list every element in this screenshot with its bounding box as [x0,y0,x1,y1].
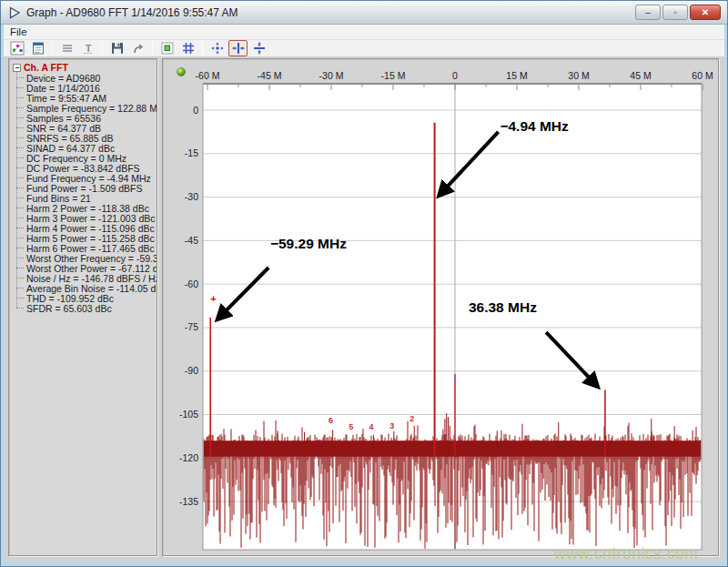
chart-panel: 0-15-30-45-60-75-90-105-120-135-60 M-45 … [162,58,719,556]
fit-all-icon [210,41,225,56]
y-tick-label: -45 [185,235,198,246]
x-tick-label: -45 M [258,70,282,81]
tree-item[interactable]: Harm 4 Power = -115.096 dBc [16,223,155,233]
tree-connector [16,298,24,299]
harmonic-marker: 5 [349,422,353,431]
tree-connector [16,208,24,208]
grid-toggle-icon [181,41,196,56]
y-tick-label: -105 [179,409,198,420]
tree-connector [16,197,24,198]
grid-toggle-button[interactable] [178,40,197,56]
status-green-dot-icon [177,68,186,76]
y-tick-label: -75 [185,321,198,332]
x-tick-label: 60 M [692,70,713,81]
fft-chart[interactable]: 0-15-30-45-60-75-90-105-120-135-60 M-45 … [164,60,719,556]
x-tick-label: 45 M [630,70,651,81]
tree-item[interactable]: SNR = 64.377 dB [16,123,155,133]
form-view-button[interactable] [28,40,47,56]
tree-connector [16,238,24,238]
tree-item[interactable]: Worst Other Frequency = -59.38 MHz [16,253,155,263]
toolbar: T [4,40,724,57]
x-tick-label: -15 M [381,70,406,81]
tree-connector [16,117,24,118]
tree-item[interactable]: Device = AD9680 [16,73,155,83]
tree-item[interactable]: Time = 9:55:47 AM [16,93,155,103]
y-tick-label: -15 [185,147,198,158]
tree-item[interactable]: Samples = 65536 [16,113,155,123]
tree-item[interactable]: SINAD = 64.377 dBc [16,143,155,153]
menu-file[interactable]: File [4,25,34,38]
tree-connector [16,308,24,309]
tree-item[interactable]: Fund Frequency = -4.94 MHz [16,173,155,183]
list-view-button[interactable] [57,40,76,56]
x-tick-label: 0 [452,70,458,81]
annotation-label: −59.29 MHz [270,236,347,251]
tree-item[interactable]: Worst Other Power = -67.112 dBFS [16,263,155,273]
tree-item[interactable]: Date = 1/14/2016 [16,83,155,93]
x-tick-label: 30 M [568,70,589,81]
tree-connector [16,288,24,289]
tree-item[interactable]: SFDR = 65.603 dBc [16,303,155,313]
menu-bar: File [4,25,724,40]
tree-item[interactable]: Fund Power = -1.509 dBFS [16,183,155,193]
harmonic-marker: 4 [369,422,373,431]
fit-all-button[interactable] [207,40,227,56]
tree-connector [16,77,24,78]
fit-horizontal-icon [231,41,246,56]
tree-connector [16,228,24,228]
tree-item[interactable]: DC Power = -83.842 dBFS [16,163,155,173]
tree-item[interactable]: Harm 2 Power = -118.38 dBc [16,203,155,213]
cursor-label-button[interactable]: T [78,40,97,56]
tree-item[interactable]: Average Bin Noise = -114.05 dBFS [16,283,155,293]
graph-properties-button[interactable] [7,40,26,56]
window-title: Graph - AD9680 FFT 1/14/2016 9:55:47 AM [26,6,238,19]
tree-connector [16,107,24,108]
maximize-button[interactable]: ▫ [662,5,688,20]
toolbar-separator [152,42,153,55]
toolbar-separator [202,42,203,55]
close-button[interactable]: ✕ [690,5,721,20]
watermark: www.cntronics.com [554,544,698,563]
y-tick-label: -30 [185,191,198,202]
save-icon [110,41,125,56]
tree-connector [16,97,24,98]
app-body: File T Ch. A FFT Device = AD9680Date = 1… [4,25,724,562]
tree-item[interactable]: SNRFS = 65.885 dB [16,133,155,143]
fit-horizontal-button[interactable] [228,40,248,56]
y-tick-label: -60 [185,278,198,289]
harmonic-marker: 3 [389,421,394,430]
toolbar-separator [52,42,53,55]
tree-item[interactable]: Harm 5 Power = -115.258 dBc [16,233,155,243]
x-tick-label: -30 M [319,70,344,81]
tree-connector [16,268,24,268]
x-tick-label: 15 M [506,70,527,81]
window-controls: –▫✕ [635,5,721,20]
tree-item[interactable]: Sample Frequency = 122.88 MHz [16,103,155,113]
tree-item[interactable]: DC Frequency = 0 MHz [16,153,155,163]
tree-item[interactable]: Harm 6 Power = -117.465 dBc [16,243,155,253]
tree-connector [16,187,24,188]
fit-vertical-icon [252,41,267,56]
tree-root[interactable]: Ch. A FFT [13,62,155,73]
tree-item[interactable]: Noise / Hz = -146.78 dBFS / Hz [16,273,155,283]
client-area: Ch. A FFT Device = AD9680Date = 1/14/201… [4,57,724,562]
x-tick-label: -60 M [196,70,220,81]
annotations-toggle-icon [160,41,175,56]
title-bar: Graph - AD9680 FFT 1/14/2016 9:55:47 AM … [1,1,727,25]
tree-item[interactable]: Fund Bins = 21 [16,193,155,203]
list-view-icon [60,41,75,56]
annotations-toggle-button[interactable] [157,40,177,56]
tree-item[interactable]: Harm 3 Power = -121.003 dBc [16,213,155,223]
fit-vertical-button[interactable] [249,40,268,56]
save-button[interactable] [107,40,126,56]
tree-item[interactable]: THD = -109.952 dBc [16,293,155,303]
y-tick-label: -120 [179,452,198,463]
export-button[interactable] [128,40,147,56]
tree-connector [16,248,24,248]
tree-connector [16,167,24,168]
app-icon [7,5,22,20]
export-icon [131,41,146,56]
minimize-button[interactable]: – [635,5,661,20]
tree-connector [16,157,24,158]
cursor-label-icon: T [81,41,96,56]
